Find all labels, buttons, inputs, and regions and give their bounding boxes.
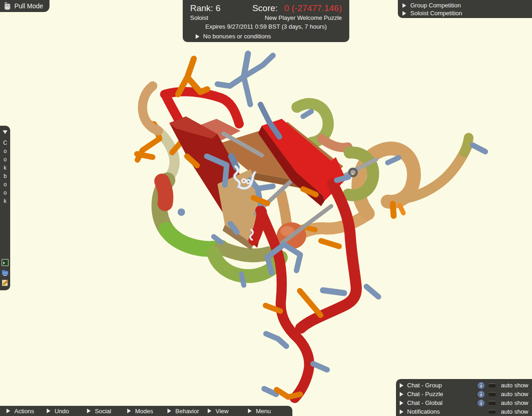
- group-competition-expander[interactable]: Group Competition: [402, 1, 532, 9]
- auto-show-label[interactable]: auto show: [500, 391, 528, 398]
- notifications-label[interactable]: Notifications: [407, 408, 462, 415]
- menu-behavior[interactable]: Behavior: [167, 408, 208, 415]
- soloist-competition-expander[interactable]: Soloist Competition: [402, 9, 532, 17]
- pull-mode-label: Pull Mode: [14, 2, 43, 10]
- rank-value: Rank: 6: [190, 3, 220, 13]
- chat-puzzle-row: Chat - Puzzle auto show: [400, 390, 528, 398]
- chat-panel: Chat - Group auto show Chat - Puzzle aut…: [396, 379, 532, 416]
- conditions-label: No bonuses or conditions: [203, 33, 271, 40]
- collapse-arrow-icon: [3, 130, 7, 134]
- puzzle-expiry: Expires 9/27/2011 0:59 BST (3 days, 7 ho…: [190, 23, 342, 30]
- soloist-competition-label: Soloist Competition: [410, 10, 462, 17]
- competitions-panel: Group Competition Soloist Competition: [398, 0, 532, 18]
- expand-arrow-icon: [47, 409, 50, 413]
- expand-arrow-icon[interactable]: [400, 383, 403, 388]
- expand-arrow-icon: [402, 11, 406, 16]
- menu-undo[interactable]: Undo: [47, 408, 87, 415]
- score-value: 0 (-27477.146): [284, 3, 342, 13]
- menu-actions-label: Actions: [14, 408, 34, 415]
- menu-undo-label: Undo: [55, 408, 69, 415]
- menu-menu-label: Menu: [256, 408, 271, 415]
- protein-structure[interactable]: [0, 0, 532, 416]
- expand-arrow-icon: [6, 409, 10, 413]
- puzzle-name: New Player Welcome Puzzle: [265, 14, 342, 21]
- expand-arrow-icon: [248, 409, 252, 413]
- group-competition-label: Group Competition: [410, 2, 461, 9]
- menu-social-label: Social: [95, 408, 111, 415]
- expand-arrow-icon: [402, 3, 406, 8]
- expand-arrow-icon: [196, 34, 199, 39]
- conditions-expander[interactable]: No bonuses or conditions: [190, 33, 342, 40]
- auto-show-label[interactable]: auto show: [500, 382, 528, 389]
- expand-arrow-icon: [127, 409, 131, 413]
- menu-modes[interactable]: Modes: [127, 408, 167, 415]
- info-icon[interactable]: [477, 382, 485, 389]
- terminal-icon[interactable]: [1, 259, 9, 266]
- expand-arrow-icon[interactable]: [400, 410, 403, 414]
- chat-global-label[interactable]: Chat - Global: [407, 399, 462, 406]
- notepad-icon[interactable]: [1, 279, 9, 287]
- cookbook-icon-stack: [1, 259, 9, 287]
- info-icon[interactable]: [477, 399, 485, 407]
- menu-social[interactable]: Social: [87, 408, 127, 415]
- auto-show-toggle[interactable]: [489, 392, 496, 396]
- menu-actions[interactable]: Actions: [6, 408, 47, 415]
- foldit-window: { "pull_mode": { "label": "Pull Mode" },…: [0, 0, 532, 416]
- auto-show-toggle[interactable]: [489, 410, 496, 414]
- expand-arrow-icon: [208, 409, 211, 413]
- menu-modes-label: Modes: [135, 408, 153, 415]
- auto-show-toggle[interactable]: [489, 383, 496, 387]
- notifications-row: Notifications auto show: [400, 407, 528, 416]
- mouse-icon: [3, 2, 11, 11]
- cookbook-tab[interactable]: Cookbook: [0, 126, 10, 290]
- pull-mode-button[interactable]: Pull Mode: [0, 0, 49, 12]
- player-type: Soloist: [190, 14, 208, 21]
- auto-show-label[interactable]: auto show: [500, 399, 528, 406]
- main-menu-bar: Actions Undo Social Modes Behavior View …: [0, 406, 292, 416]
- menu-view-label: View: [216, 408, 229, 415]
- expand-arrow-icon: [167, 409, 171, 413]
- recipes-folder-icon[interactable]: [1, 269, 9, 276]
- menu-menu[interactable]: Menu: [248, 408, 271, 415]
- info-icon[interactable]: [477, 391, 485, 398]
- chat-puzzle-label[interactable]: Chat - Puzzle: [407, 391, 462, 398]
- expand-arrow-icon[interactable]: [400, 392, 403, 397]
- chat-global-row: Chat - Global auto show: [400, 398, 528, 407]
- scoreboard-panel: Rank: 6 Score: 0 (-27477.146) Soloist Ne…: [183, 0, 349, 42]
- expand-arrow-icon: [87, 409, 91, 413]
- auto-show-toggle[interactable]: [489, 401, 496, 405]
- menu-behavior-label: Behavior: [175, 408, 199, 415]
- auto-show-label[interactable]: auto show: [500, 408, 528, 415]
- menu-view[interactable]: View: [208, 408, 248, 415]
- chat-group-label[interactable]: Chat - Group: [407, 382, 462, 389]
- expand-arrow-icon[interactable]: [400, 401, 403, 405]
- chat-group-row: Chat - Group auto show: [400, 381, 528, 390]
- score-label: Score:: [252, 3, 278, 13]
- cookbook-label: Cookbook: [2, 140, 8, 206]
